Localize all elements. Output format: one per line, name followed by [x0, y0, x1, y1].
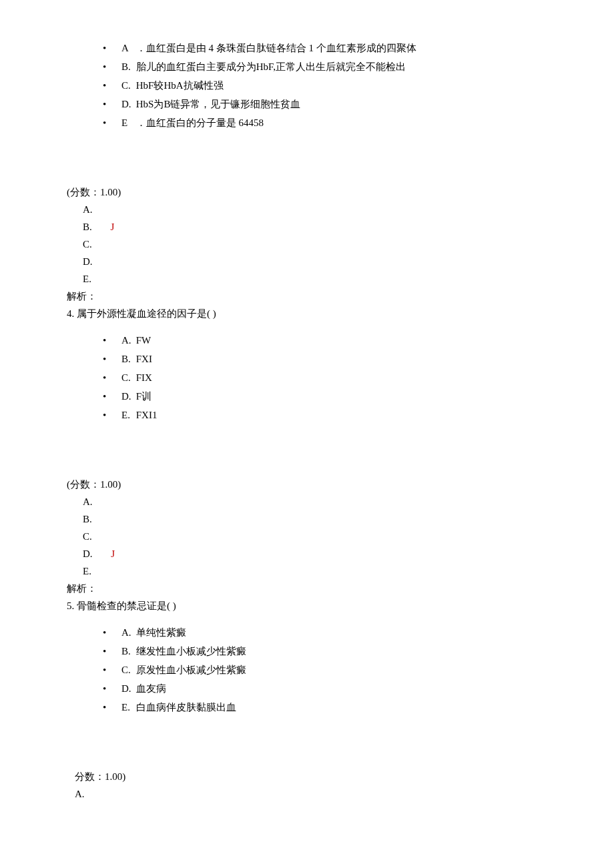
- q3-score: (分数：1.00): [67, 184, 547, 200]
- option-text: ．血红蛋白是由 4 条珠蛋白肽链各结合 1 个血红素形成的四聚体: [136, 43, 416, 53]
- option-label: D.: [121, 388, 133, 404]
- option-label: A.: [121, 624, 133, 640]
- option-label: A: [121, 40, 133, 56]
- q4-choice-e: E.: [67, 563, 547, 579]
- option-label: B.: [121, 59, 133, 75]
- option-text: ．血红蛋白的分子量是 64458: [136, 117, 264, 128]
- check-mark-icon: J: [95, 222, 115, 232]
- q5-option-c: C. 原发性血小板减少性紫癜: [103, 662, 547, 678]
- option-label: B.: [121, 351, 133, 367]
- q4-options: A. FW B. FXI C. FIX D. F训 E. FXI1: [67, 332, 547, 423]
- q4-option-d: D. F训: [103, 388, 547, 404]
- option-text: 血友病: [136, 683, 166, 694]
- q4-option-e: E. FXI1: [103, 407, 547, 423]
- option-text: 原发性血小板减少性紫癜: [136, 665, 246, 675]
- q5-option-b: B. 继发性血小板减少性紫癜: [103, 643, 547, 659]
- q5-option-d: D. 血友病: [103, 681, 547, 697]
- q4-option-a: A. FW: [103, 332, 547, 348]
- q3-options: A ．血红蛋白是由 4 条珠蛋白肽链各结合 1 个血红素形成的四聚体 B. 胎儿…: [67, 40, 547, 131]
- option-label: D.: [121, 681, 133, 697]
- option-text: FW: [136, 335, 151, 346]
- q4-choice-d: D. J: [67, 546, 547, 562]
- q5-choice-a: A.: [75, 786, 547, 802]
- option-label: C.: [121, 370, 133, 386]
- option-text: 白血病伴皮肤黏膜出血: [136, 702, 236, 713]
- q3-choice-e: E.: [67, 271, 547, 287]
- q3-option-e: E ．血红蛋白的分子量是 64458: [103, 115, 547, 131]
- q3-answer-block: (分数：1.00) A. B. J C. D. E. 解析：: [67, 184, 547, 304]
- q5-option-e: E. 白血病伴皮肤黏膜出血: [103, 699, 547, 715]
- option-text: F训: [136, 391, 151, 402]
- option-text: FIX: [136, 372, 152, 383]
- option-text: 胎儿的血红蛋白主要成分为HbF,正常人出生后就完全不能检出: [136, 61, 406, 72]
- q4-choice-c: C.: [67, 528, 547, 544]
- option-label: C.: [121, 77, 133, 93]
- q4-option-b: B. FXI: [103, 351, 547, 367]
- choice-label: B.: [83, 222, 92, 232]
- q3-option-b: B. 胎儿的血红蛋白主要成分为HbF,正常人出生后就完全不能检出: [103, 59, 547, 75]
- option-text: 单纯性紫癜: [136, 627, 186, 638]
- option-text: FXI1: [136, 410, 158, 420]
- q3-choice-d: D.: [67, 254, 547, 270]
- q4-option-c: C. FIX: [103, 370, 547, 386]
- option-label: E.: [121, 407, 133, 423]
- choice-label: D.: [83, 548, 93, 559]
- option-label: B.: [121, 643, 133, 659]
- q3-choice-a: A.: [67, 201, 547, 218]
- q4-answer-block: (分数：1.00) A. B. C. D. J E. 解析：: [67, 476, 547, 596]
- q4-analysis: 解析：: [67, 580, 547, 596]
- option-label: E.: [121, 699, 133, 715]
- q3-option-c: C. HbF较HbA抗碱性强: [103, 77, 547, 93]
- q3-option-d: D. HbS为B链异常，见于镰形细胞性贫血: [103, 96, 547, 112]
- check-mark-icon: J: [95, 548, 115, 559]
- option-text: FXI: [136, 354, 152, 364]
- q5-answer-block: 分数：1.00) A.: [67, 769, 547, 802]
- q3-choice-c: C.: [67, 236, 547, 252]
- option-label: E: [121, 115, 133, 131]
- option-label: D.: [121, 96, 133, 112]
- q4-choice-b: B.: [67, 511, 547, 527]
- option-label: A.: [121, 332, 133, 348]
- option-text: HbF较HbA抗碱性强: [136, 80, 224, 91]
- q4-stem: 4. 属于外源性凝血途径的因子是( ): [67, 306, 547, 322]
- q5-option-a: A. 单纯性紫癜: [103, 624, 547, 640]
- option-text: 继发性血小板减少性紫癜: [136, 646, 246, 657]
- q3-option-a: A ．血红蛋白是由 4 条珠蛋白肽链各结合 1 个血红素形成的四聚体: [103, 40, 547, 56]
- q4-score: (分数：1.00): [67, 476, 547, 492]
- q5-options: A. 单纯性紫癜 B. 继发性血小板减少性紫癜 C. 原发性血小板减少性紫癜 D…: [67, 624, 547, 715]
- q3-choice-b: B. J: [67, 219, 547, 235]
- q5-stem: 5. 骨髓检查的禁忌证是( ): [67, 598, 547, 614]
- q3-analysis: 解析：: [67, 288, 547, 304]
- q5-score: 分数：1.00): [75, 769, 547, 785]
- option-label: C.: [121, 662, 133, 678]
- option-text: HbS为B链异常，见于镰形细胞性贫血: [136, 99, 301, 109]
- q4-choice-a: A.: [67, 494, 547, 510]
